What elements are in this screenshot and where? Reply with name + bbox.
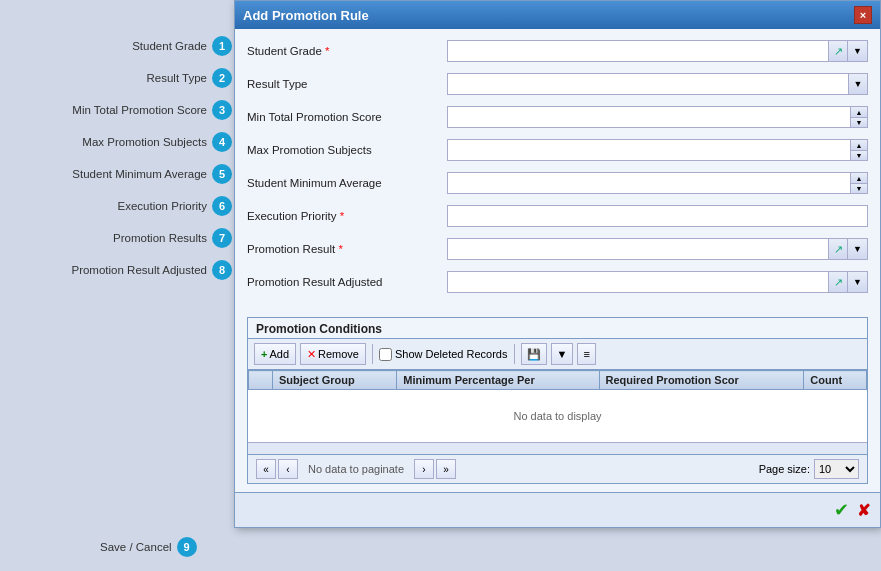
promotion-result-adj-input-group: ↗ ▼ <box>447 271 868 293</box>
promotion-result-row: Promotion Result * ↗ ▼ <box>247 235 868 263</box>
execution-priority-input[interactable] <box>447 205 868 227</box>
label-row-promotion-results: Promotion Results 7 <box>0 222 240 254</box>
grid-header-row: Subject Group Minimum Percentage Per Req… <box>249 371 867 390</box>
promotion-result-adj-dropdown-button[interactable]: ▼ <box>848 271 868 293</box>
max-subjects-row: Max Promotion Subjects ▲ ▼ <box>247 136 868 164</box>
min-total-input-group: ▲ ▼ <box>447 106 868 128</box>
add-condition-button[interactable]: + Add <box>254 343 296 365</box>
label-row-promotion-result-adj: Promotion Result Adjusted 8 <box>0 254 240 286</box>
filter-button[interactable]: ▼ <box>551 343 574 365</box>
execution-priority-label: Execution Priority * <box>247 210 447 222</box>
pagination-buttons: « ‹ No data to paginate › » <box>256 459 456 479</box>
step-badge-6: 6 <box>212 196 232 216</box>
show-deleted-label: Show Deleted Records <box>395 348 508 360</box>
footer-save-button[interactable]: ✔ <box>834 499 849 521</box>
promotion-result-adj-btn-group: ↗ ▼ <box>828 271 868 293</box>
label-row-min-total: Min Total Promotion Score 3 <box>0 94 240 126</box>
promotion-conditions-section: Promotion Conditions + Add ✕ Remove Show… <box>247 317 868 484</box>
student-grade-required: * <box>325 45 329 57</box>
promotion-result-btn-group: ↗ ▼ <box>828 238 868 260</box>
promotion-result-adj-label: Promotion Result Adjusted <box>247 276 447 288</box>
col-header-checkbox <box>249 371 273 390</box>
promotion-result-adj-left-label: Promotion Result Adjusted <box>71 264 207 276</box>
show-deleted-checkbox[interactable] <box>379 348 392 361</box>
student-grade-label: Student Grade * <box>247 45 447 57</box>
min-total-row: Min Total Promotion Score ▲ ▼ <box>247 103 868 131</box>
step-badge-7: 7 <box>212 228 232 248</box>
label-row-student-grade: Student Grade 1 <box>0 30 240 62</box>
pag-next-button[interactable]: › <box>414 459 434 479</box>
label-row-result-type: Result Type 2 <box>0 62 240 94</box>
toolbar-separator-1 <box>372 344 373 364</box>
step-badge-9: 9 <box>177 537 197 557</box>
student-min-avg-spinner: ▲ ▼ <box>850 172 868 194</box>
pagination-area: « ‹ No data to paginate › » Page size: 1… <box>248 454 867 483</box>
show-deleted-checkbox-label[interactable]: Show Deleted Records <box>379 348 508 361</box>
max-subjects-spinner-down[interactable]: ▼ <box>850 150 868 161</box>
columns-button[interactable]: ≡ <box>577 343 595 365</box>
footer-cancel-button[interactable]: ✘ <box>857 501 870 520</box>
promotion-result-label: Promotion Result * <box>247 243 447 255</box>
col-header-min-pct: Minimum Percentage Per <box>397 371 599 390</box>
max-subjects-input[interactable] <box>447 139 850 161</box>
conditions-toolbar: + Add ✕ Remove Show Deleted Records 💾 ▼ … <box>248 338 867 370</box>
step-badge-5: 5 <box>212 164 232 184</box>
student-grade-input-group: ↗ ▼ <box>447 40 868 62</box>
max-subjects-input-group: ▲ ▼ <box>447 139 868 161</box>
promotion-result-adj-nav-button[interactable]: ↗ <box>828 271 848 293</box>
remove-label: Remove <box>318 348 359 360</box>
dialog-footer: ✔ ✘ <box>235 492 880 527</box>
promotion-result-nav-button[interactable]: ↗ <box>828 238 848 260</box>
student-grade-btn-group: ↗ ▼ <box>828 40 868 62</box>
toolbar-separator-2 <box>514 344 515 364</box>
pag-prev-button[interactable]: ‹ <box>278 459 298 479</box>
student-grade-nav-button[interactable]: ↗ <box>828 40 848 62</box>
conditions-grid: Subject Group Minimum Percentage Per Req… <box>248 370 867 442</box>
pag-last-button[interactable]: » <box>436 459 456 479</box>
result-type-left-label: Result Type <box>146 72 207 84</box>
save-cancel-left-label: Save / Cancel 9 <box>100 537 197 557</box>
min-total-spinner-up[interactable]: ▲ <box>850 106 868 117</box>
max-subjects-spinner-up[interactable]: ▲ <box>850 139 868 150</box>
promotion-result-adj-row: Promotion Result Adjusted ↗ ▼ <box>247 268 868 296</box>
save-toolbar-button[interactable]: 💾 <box>521 343 547 365</box>
label-row-execution-priority: Execution Priority 6 <box>0 190 240 222</box>
dialog-close-button[interactable]: × <box>854 6 872 24</box>
min-total-input[interactable] <box>447 106 850 128</box>
save-toolbar-icon: 💾 <box>527 348 541 361</box>
pag-first-button[interactable]: « <box>256 459 276 479</box>
student-min-avg-left-label: Student Minimum Average <box>72 168 207 180</box>
promotion-result-input[interactable] <box>447 238 828 260</box>
student-grade-input[interactable] <box>447 40 828 62</box>
col-header-count: Count <box>804 371 867 390</box>
student-grade-left-label: Student Grade <box>132 40 207 52</box>
min-total-spinner-down[interactable]: ▼ <box>850 117 868 128</box>
promotion-result-adj-input[interactable] <box>447 271 828 293</box>
student-min-avg-input-group: ▲ ▼ <box>447 172 868 194</box>
left-labels-panel: Student Grade 1 Result Type 2 Min Total … <box>0 30 240 286</box>
promotion-result-dropdown-button[interactable]: ▼ <box>848 238 868 260</box>
save-cancel-text: Save / Cancel <box>100 541 172 553</box>
student-min-avg-spinner-up[interactable]: ▲ <box>850 172 868 183</box>
result-type-row: Result Type ▼ <box>247 70 868 98</box>
student-grade-dropdown-button[interactable]: ▼ <box>848 40 868 62</box>
max-subjects-left-label: Max Promotion Subjects <box>82 136 207 148</box>
student-min-avg-input[interactable] <box>447 172 850 194</box>
columns-icon: ≡ <box>583 348 589 360</box>
remove-condition-button[interactable]: ✕ Remove <box>300 343 366 365</box>
step-badge-8: 8 <box>212 260 232 280</box>
page-size-area: Page size: 10 20 50 <box>759 459 859 479</box>
add-icon: + <box>261 348 267 360</box>
result-type-input[interactable] <box>447 73 848 95</box>
student-min-avg-spinner-down[interactable]: ▼ <box>850 183 868 194</box>
page-size-select[interactable]: 10 20 50 <box>814 459 859 479</box>
result-type-dropdown-button[interactable]: ▼ <box>848 73 868 95</box>
add-label: Add <box>269 348 289 360</box>
label-row-max-subjects: Max Promotion Subjects 4 <box>0 126 240 158</box>
min-total-spinner: ▲ ▼ <box>850 106 868 128</box>
add-promotion-rule-dialog: Add Promotion Rule × Student Grade * ↗ ▼… <box>234 0 881 528</box>
horizontal-scrollbar[interactable] <box>248 442 867 454</box>
result-type-input-group: ▼ <box>447 73 868 95</box>
step-badge-3: 3 <box>212 100 232 120</box>
result-type-label: Result Type <box>247 78 447 90</box>
